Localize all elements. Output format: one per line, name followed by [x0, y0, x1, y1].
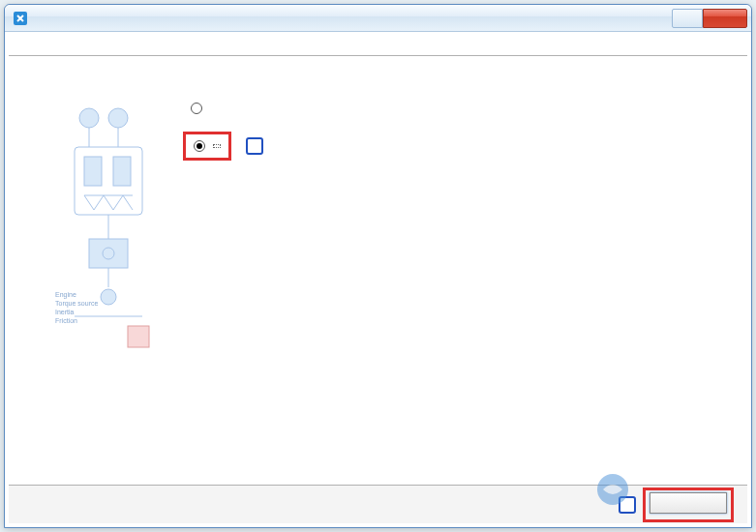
- titlebar-buttons: [672, 9, 747, 28]
- sidebar: Engine Torque source Inertia Friction: [24, 72, 179, 464]
- finish-button[interactable]: [650, 492, 727, 514]
- svg-text:Inertia: Inertia: [55, 309, 75, 315]
- highlight-box-2: [643, 488, 734, 522]
- svg-point-13: [101, 289, 116, 305]
- engine-diagram-icon: Engine Torque source Inertia Friction: [55, 99, 171, 360]
- svg-text:Torque source: Torque source: [55, 300, 98, 308]
- annotation-1: [246, 137, 263, 155]
- main-panel: [179, 72, 732, 464]
- radio-label-no: [213, 144, 221, 148]
- wizard-window: Engine Torque source Inertia Friction: [4, 4, 752, 528]
- help-button[interactable]: [672, 9, 703, 28]
- radio-restart-now[interactable]: [191, 103, 732, 114]
- wizard-subheader: [9, 36, 747, 56]
- radio-restart-later[interactable]: [194, 140, 221, 152]
- sidebar-diagram: Engine Torque source Inertia Friction: [28, 99, 171, 369]
- app-icon: [13, 11, 28, 26]
- highlight-box-1: [183, 132, 231, 161]
- titlebar: [5, 5, 751, 32]
- radio-icon: [194, 140, 205, 152]
- close-button[interactable]: [703, 9, 747, 28]
- svg-rect-6: [84, 157, 102, 186]
- footer: [9, 485, 747, 523]
- svg-point-1: [79, 108, 99, 128]
- radio-icon: [191, 103, 202, 114]
- svg-text:Friction: Friction: [55, 317, 77, 324]
- svg-point-2: [108, 108, 128, 128]
- svg-rect-10: [89, 239, 128, 268]
- annotation-2: [619, 496, 636, 514]
- content-area: Engine Torque source Inertia Friction: [5, 56, 751, 472]
- svg-rect-7: [113, 157, 131, 186]
- svg-text:Engine: Engine: [55, 291, 76, 299]
- svg-rect-15: [128, 326, 149, 347]
